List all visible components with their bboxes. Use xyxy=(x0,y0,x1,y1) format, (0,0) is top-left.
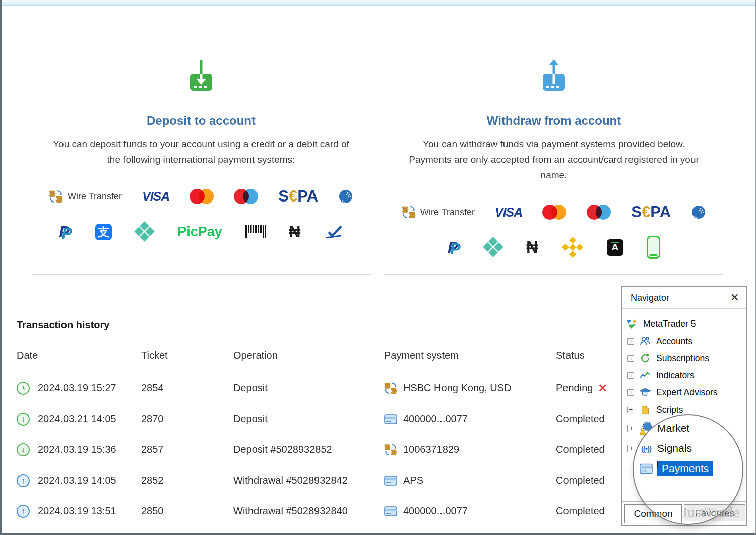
status-text: Completed xyxy=(556,505,605,517)
cell-ticket: 2857 xyxy=(141,444,233,455)
cell-payment-system: HSBC Hong Kong, USD xyxy=(403,382,512,394)
withdrawal-arrow-icon: ↑ xyxy=(17,474,30,487)
mastercard-logo xyxy=(190,189,214,204)
navigator-tabs: Favorites Common xyxy=(622,501,746,525)
accounts-icon xyxy=(639,336,652,347)
tree-item-market[interactable]: + Market xyxy=(622,418,746,438)
expand-plus-icon[interactable]: + xyxy=(627,425,635,432)
wire-transfer-label: Wire Transfer xyxy=(420,207,475,218)
metatrader5-logo-icon xyxy=(625,318,639,330)
tree-item-label: Signals xyxy=(657,442,692,454)
status-text: Completed xyxy=(556,413,605,425)
cell-date: 2024.03.21 14:05 xyxy=(38,413,141,425)
column-header-payment-system: Payment system xyxy=(384,350,556,361)
deposit-panel: Deposit to account You can deposit funds… xyxy=(32,33,370,275)
tab-common[interactable]: Common xyxy=(624,504,682,523)
expand-plus-icon[interactable]: + xyxy=(627,389,634,396)
picpay-logo: PicPay xyxy=(177,224,222,240)
withdraw-title: Withdraw from account xyxy=(487,114,621,128)
maestro-logo xyxy=(587,205,611,220)
signals-icon: ((•)) xyxy=(640,444,653,453)
mastercard-logo xyxy=(542,205,566,220)
tree-item-label: Accounts xyxy=(656,336,692,347)
tree-item-signals[interactable]: + ((•)) Signals xyxy=(622,438,746,458)
tree-item-payments[interactable]: ··· Payments xyxy=(622,458,746,479)
expand-plus-icon[interactable]: + xyxy=(627,355,634,362)
binance-icon xyxy=(561,236,584,258)
sepa-logo: S€PA xyxy=(278,187,318,206)
transaction-history-title: Transaction history xyxy=(17,319,110,331)
mobile-phone-icon xyxy=(647,236,660,259)
cell-date: 2024.03.19 14:05 xyxy=(38,475,141,486)
deposit-methods-row2: PP 支 PicPay ₦ xyxy=(59,219,343,245)
tree-item-subscriptions[interactable]: + Subscriptions xyxy=(622,350,746,367)
pending-clock-icon xyxy=(17,382,30,395)
column-header-operation: Operation xyxy=(233,350,384,361)
status-text: Completed xyxy=(556,444,605,455)
scripts-icon xyxy=(639,404,652,415)
withdraw-description: You can withdraw funds via payment syste… xyxy=(385,136,723,183)
tab-favorites[interactable]: Favorites xyxy=(684,504,745,521)
wire-transfer-label: Wire Transfer xyxy=(68,191,122,202)
expand-plus-icon[interactable]: + xyxy=(627,338,634,345)
indicators-icon xyxy=(639,370,652,380)
bank-card-icon xyxy=(384,476,397,486)
visa-logo: VISA xyxy=(495,205,522,220)
cell-operation: Deposit #5028932852 xyxy=(233,444,384,455)
tree-item-label: Market xyxy=(657,422,689,434)
maestro-logo xyxy=(234,189,258,204)
wire-transfer-icon xyxy=(384,382,397,395)
deposit-methods-row1: Wire Transfer VISA S€PA xyxy=(49,183,353,210)
wire-transfer-logo: Wire Transfer xyxy=(49,189,122,204)
paypal-icon: PP xyxy=(448,239,461,256)
expand-plus-icon[interactable]: + xyxy=(627,372,634,379)
naira-icon: ₦ xyxy=(289,222,301,241)
close-icon[interactable]: ✕ xyxy=(730,292,739,303)
cell-operation: Withdrawal #5028932842 xyxy=(233,475,384,486)
withdraw-panel: Withdraw from account You can withdraw f… xyxy=(385,33,723,275)
tree-item-label: MetaTrader 5 xyxy=(643,319,696,329)
cell-operation: Withdrawal #5028932840 xyxy=(233,505,384,517)
cell-payment-system: 1006371829 xyxy=(403,444,459,455)
sepa-logo: S€PA xyxy=(631,203,671,221)
bank-card-icon xyxy=(384,414,397,424)
tree-item-metatrader5[interactable]: MetaTrader 5 xyxy=(622,315,746,332)
withdraw-methods-row2: PP ₦ A xyxy=(448,234,660,260)
withdrawal-arrow-icon: ↑ xyxy=(17,505,30,518)
cell-ticket: 2852 xyxy=(141,475,233,486)
boleto-barcode-icon xyxy=(245,224,266,239)
tree-item-label: Expert Advisors xyxy=(656,387,718,398)
deposit-card-icon xyxy=(182,58,220,95)
window-top-strip xyxy=(0,0,756,6)
navigator-titlebar: Navigator ✕ xyxy=(622,287,746,309)
tree-item-expert-advisors[interactable]: + Expert Advisors xyxy=(622,384,746,401)
naira-icon: ₦ xyxy=(526,238,538,257)
withdraw-card-icon xyxy=(535,58,573,95)
cancel-x-icon[interactable]: ✕ xyxy=(598,382,607,395)
tree-item-indicators[interactable]: + Indicators xyxy=(622,367,746,384)
expand-plus-icon[interactable]: + xyxy=(627,407,634,413)
status-text: Completed xyxy=(556,475,605,486)
bank-card-icon xyxy=(384,506,397,516)
tree-item-label-selected: Payments xyxy=(657,461,713,476)
visa-logo: VISA xyxy=(142,189,169,204)
expand-plus-icon[interactable]: + xyxy=(627,445,635,452)
tree-item-label: Indicators xyxy=(656,370,695,381)
cell-payment-system: 400000...0077 xyxy=(403,505,468,517)
cell-ticket: 2870 xyxy=(141,413,233,425)
paypal-icon: PP xyxy=(59,223,72,240)
wire-transfer-icon xyxy=(49,189,63,204)
crypto-diamond-icon xyxy=(135,222,154,241)
webmoney-icon xyxy=(691,205,706,220)
withdraw-methods-row1: Wire Transfer VISA S€PA xyxy=(402,199,706,225)
deposit-description: You can deposit funds to your account us… xyxy=(32,136,370,167)
navigator-panel: Navigator ✕ MetaTrader 5 + Acco xyxy=(621,286,747,526)
payments-card-icon xyxy=(640,463,653,475)
tree-item-accounts[interactable]: + Accounts xyxy=(622,332,746,350)
cell-payment-system: 400000...0077 xyxy=(403,413,468,425)
tree-item-label: Scripts xyxy=(656,405,683,415)
deposit-title: Deposit to account xyxy=(147,114,256,128)
cell-ticket: 2850 xyxy=(141,505,233,517)
cell-operation: Deposit xyxy=(233,413,384,425)
tree-item-scripts[interactable]: + Scripts xyxy=(622,401,746,418)
